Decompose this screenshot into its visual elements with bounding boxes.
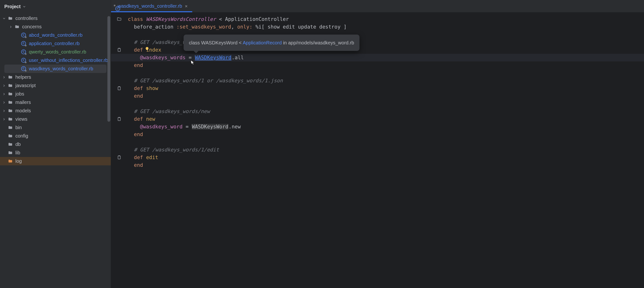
tree-file[interactable]: Cqwerty_words_controller.rb	[0, 48, 111, 56]
gutter-paste-icon[interactable]	[116, 155, 122, 160]
editor-area: C wasdkeys_words_controller.rb class WAS…	[111, 0, 644, 288]
mouse-cursor-icon	[189, 59, 196, 66]
svg-rect-8	[118, 87, 120, 90]
quick-documentation-popup[interactable]: class WASDKeysWord < ApplicationRecord i…	[184, 34, 360, 51]
tree-file[interactable]: Cuser_without_inflections_controller.rb	[0, 56, 111, 64]
tree-folder[interactable]: db	[0, 140, 111, 149]
svg-rect-9	[119, 86, 120, 87]
folder-icon	[8, 133, 13, 139]
tree-folder[interactable]: javascript	[0, 81, 111, 90]
tree-item-label: views	[14, 116, 28, 122]
code-line: class WASDKeysWordsController < Applicat…	[128, 15, 644, 23]
folder-icon	[8, 83, 13, 88]
quickdoc-text: class WASDKeysWord < ApplicationRecord i…	[189, 40, 354, 45]
code-line: # GET /wasdkeys_words/1/edit	[128, 146, 644, 154]
svg-rect-13	[119, 156, 120, 156]
tree-folder[interactable]: mailers	[0, 98, 111, 107]
chevron-down-icon	[22, 5, 26, 8]
code-line: before_action :set_wasdkeys_word, only: …	[128, 23, 644, 31]
project-tree[interactable]: controllersconcernsCabcd_words_controlle…	[0, 13, 111, 288]
scrollbar-thumb[interactable]	[108, 16, 110, 122]
svg-rect-7	[119, 48, 120, 49]
tree-folder[interactable]: bin	[0, 123, 111, 132]
tree-folder[interactable]: config	[0, 132, 111, 140]
project-panel-title: Project	[4, 4, 21, 9]
folder-icon	[8, 150, 13, 156]
gutter-paste-icon[interactable]	[116, 85, 122, 91]
code-line: # GET /wasdkeys_words/1 or /wasdkeys_wor…	[128, 77, 644, 84]
tree-item-label: mailers	[14, 100, 31, 105]
svg-point-0	[25, 36, 26, 38]
folder-icon	[8, 91, 13, 97]
tree-item-label: concerns	[21, 24, 42, 29]
ruby-file-icon: C	[21, 33, 26, 38]
code-line	[128, 69, 644, 77]
code-line: @wasdkeys_words = WASDKeysWord.all	[128, 54, 644, 61]
tree-twisty-icon[interactable]	[2, 109, 6, 113]
svg-point-5	[114, 5, 115, 6]
tree-folder[interactable]: jobs	[0, 90, 111, 98]
tree-twisty-icon[interactable]	[2, 92, 6, 96]
folder-icon	[8, 117, 13, 122]
editor-tab-bar: C wasdkeys_words_controller.rb	[111, 0, 644, 12]
tree-folder[interactable]: views	[0, 115, 111, 123]
quickdoc-link[interactable]: ApplicationRecord	[243, 40, 282, 45]
tree-twisty-icon[interactable]	[2, 117, 6, 121]
code-editor[interactable]: class WASDKeysWordsController < Applicat…	[111, 12, 644, 288]
folder-icon	[8, 159, 13, 164]
tree-folder[interactable]: controllers	[0, 14, 111, 22]
folder-icon	[14, 24, 20, 29]
folder-icon	[8, 16, 13, 21]
code-line	[128, 100, 644, 107]
svg-rect-12	[118, 156, 120, 159]
tree-file[interactable]: Capplication_controller.rb	[0, 39, 111, 48]
code-line: end	[128, 92, 644, 100]
tree-folder[interactable]: lib	[0, 149, 111, 157]
svg-point-1	[25, 45, 26, 46]
tree-twisty-icon[interactable]	[2, 16, 6, 21]
svg-rect-11	[119, 117, 120, 118]
code-content[interactable]: class WASDKeysWordsController < Applicat…	[128, 12, 644, 288]
tree-folder[interactable]: models	[0, 107, 111, 115]
tree-item-label: config	[14, 133, 28, 139]
tree-twisty-icon[interactable]	[9, 25, 13, 29]
tree-item-label: log	[14, 158, 22, 164]
tree-item-label: qwerty_words_controller.rb	[28, 49, 86, 55]
ruby-file-icon: C	[21, 66, 26, 71]
tree-item-label: models	[14, 108, 31, 113]
close-icon[interactable]	[184, 4, 188, 8]
ruby-file-icon: C	[21, 41, 26, 46]
gutter-folder-icon[interactable]	[116, 16, 122, 22]
tree-twisty-icon[interactable]	[2, 83, 6, 88]
tree-file[interactable]: Cwasdkeys_words_controller.rb	[4, 64, 106, 73]
code-line: def new	[128, 115, 644, 123]
tree-item-label: abcd_words_controller.rb	[28, 32, 82, 38]
code-line: end	[128, 131, 644, 138]
tree-item-label: user_without_inflections_controller.rb	[28, 58, 108, 63]
tree-twisty-icon[interactable]	[2, 100, 6, 105]
svg-rect-6	[118, 48, 120, 51]
tree-folder[interactable]: concerns	[0, 22, 111, 31]
tree-item-label: wasdkeys_words_controller.rb	[28, 66, 93, 71]
tree-file[interactable]: Cabcd_words_controller.rb	[0, 31, 111, 39]
tree-twisty-icon[interactable]	[2, 75, 6, 79]
intention-bulb-icon[interactable]	[145, 46, 150, 51]
tree-item-label: controllers	[14, 15, 38, 21]
svg-point-3	[25, 62, 26, 63]
code-line: def show	[128, 84, 644, 92]
folder-icon	[8, 100, 13, 105]
tree-folder[interactable]: log	[0, 157, 111, 165]
hovered-constant[interactable]: WASDKeysWord	[195, 55, 232, 60]
svg-rect-10	[118, 117, 120, 120]
ruby-file-icon: C	[21, 58, 26, 63]
gutter-paste-icon[interactable]	[116, 116, 122, 122]
ruby-file-icon: C	[21, 49, 26, 55]
tree-item-label: bin	[14, 125, 22, 130]
editor-tab[interactable]: C wasdkeys_words_controller.rb	[111, 0, 192, 12]
folder-icon	[8, 108, 13, 113]
gutter-paste-icon[interactable]	[116, 47, 122, 53]
project-panel-header[interactable]: Project	[0, 0, 111, 13]
folder-icon	[8, 142, 13, 147]
code-line: @wasdkeys_word = WASDKeysWord.new	[128, 123, 644, 131]
tree-folder[interactable]: helpers	[0, 73, 111, 81]
